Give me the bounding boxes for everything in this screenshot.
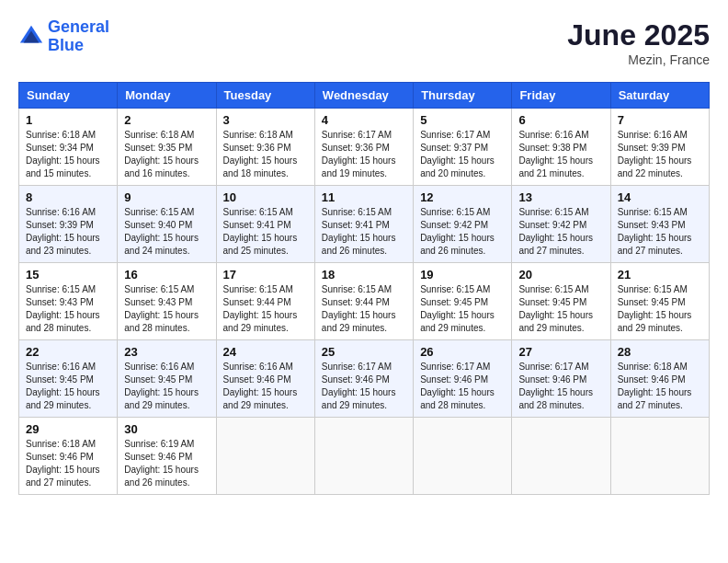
calendar-week-5: 29Sunrise: 6:18 AM Sunset: 9:46 PM Dayli… xyxy=(19,418,710,495)
day-info-11: Sunrise: 6:15 AM Sunset: 9:41 PM Dayligh… xyxy=(322,206,406,258)
day-info-14: Sunrise: 6:15 AM Sunset: 9:43 PM Dayligh… xyxy=(618,206,702,258)
day-number-26: 26 xyxy=(420,345,505,359)
day-info-2: Sunrise: 6:18 AM Sunset: 9:35 PM Dayligh… xyxy=(124,129,209,180)
day-number-22: 22 xyxy=(26,345,110,359)
col-wednesday: Wednesday xyxy=(314,83,413,109)
day-info-26: Sunrise: 6:17 AM Sunset: 9:46 PM Dayligh… xyxy=(420,361,505,412)
location-label: Mezin, France xyxy=(567,52,710,67)
col-saturday: Saturday xyxy=(610,83,709,109)
logo-icon xyxy=(18,24,44,50)
day-cell-3: 3Sunrise: 6:18 AM Sunset: 9:36 PM Daylig… xyxy=(216,109,314,186)
day-number-24: 24 xyxy=(223,345,308,359)
day-number-28: 28 xyxy=(618,345,702,359)
col-sunday: Sunday xyxy=(19,83,118,109)
day-info-24: Sunrise: 6:16 AM Sunset: 9:46 PM Dayligh… xyxy=(223,361,308,412)
day-number-4: 4 xyxy=(322,113,406,127)
day-cell-20: 20Sunrise: 6:15 AM Sunset: 9:45 PM Dayli… xyxy=(512,263,610,340)
day-cell-23: 23Sunrise: 6:16 AM Sunset: 9:45 PM Dayli… xyxy=(118,340,216,418)
day-info-15: Sunrise: 6:15 AM Sunset: 9:43 PM Dayligh… xyxy=(26,283,110,335)
day-cell-22: 22Sunrise: 6:16 AM Sunset: 9:45 PM Dayli… xyxy=(19,340,118,418)
day-cell-6: 6Sunrise: 6:16 AM Sunset: 9:38 PM Daylig… xyxy=(512,109,610,186)
day-info-1: Sunrise: 6:18 AM Sunset: 9:34 PM Dayligh… xyxy=(26,129,110,180)
day-number-10: 10 xyxy=(223,190,308,204)
day-cell-12: 12Sunrise: 6:15 AM Sunset: 9:42 PM Dayli… xyxy=(414,186,512,263)
day-info-22: Sunrise: 6:16 AM Sunset: 9:45 PM Dayligh… xyxy=(26,361,110,412)
day-number-8: 8 xyxy=(26,190,110,204)
day-cell-2: 2Sunrise: 6:18 AM Sunset: 9:35 PM Daylig… xyxy=(118,109,216,186)
empty-cell xyxy=(216,418,314,495)
day-cell-5: 5Sunrise: 6:17 AM Sunset: 9:37 PM Daylig… xyxy=(414,109,512,186)
day-info-30: Sunrise: 6:19 AM Sunset: 9:46 PM Dayligh… xyxy=(124,438,209,489)
day-info-10: Sunrise: 6:15 AM Sunset: 9:41 PM Dayligh… xyxy=(223,206,308,258)
day-number-9: 9 xyxy=(124,190,209,204)
day-number-19: 19 xyxy=(420,268,505,282)
calendar-week-4: 22Sunrise: 6:16 AM Sunset: 9:45 PM Dayli… xyxy=(19,340,710,418)
day-cell-19: 19Sunrise: 6:15 AM Sunset: 9:45 PM Dayli… xyxy=(414,263,512,340)
day-info-18: Sunrise: 6:15 AM Sunset: 9:44 PM Dayligh… xyxy=(322,283,406,335)
day-info-13: Sunrise: 6:15 AM Sunset: 9:42 PM Dayligh… xyxy=(518,206,603,258)
day-cell-25: 25Sunrise: 6:17 AM Sunset: 9:46 PM Dayli… xyxy=(314,340,413,418)
day-cell-16: 16Sunrise: 6:15 AM Sunset: 9:43 PM Dayli… xyxy=(118,263,216,340)
calendar-header-row: Sunday Monday Tuesday Wednesday Thursday… xyxy=(19,83,710,109)
day-number-2: 2 xyxy=(124,113,209,127)
day-number-7: 7 xyxy=(618,113,702,127)
day-info-9: Sunrise: 6:15 AM Sunset: 9:40 PM Dayligh… xyxy=(124,206,209,258)
day-number-6: 6 xyxy=(518,113,603,127)
day-cell-17: 17Sunrise: 6:15 AM Sunset: 9:44 PM Dayli… xyxy=(216,263,314,340)
calendar-week-2: 8Sunrise: 6:16 AM Sunset: 9:39 PM Daylig… xyxy=(19,186,710,263)
day-cell-10: 10Sunrise: 6:15 AM Sunset: 9:41 PM Dayli… xyxy=(216,186,314,263)
day-info-27: Sunrise: 6:17 AM Sunset: 9:46 PM Dayligh… xyxy=(518,361,603,412)
day-info-23: Sunrise: 6:16 AM Sunset: 9:45 PM Dayligh… xyxy=(124,361,209,412)
day-info-5: Sunrise: 6:17 AM Sunset: 9:37 PM Dayligh… xyxy=(420,129,505,180)
day-cell-29: 29Sunrise: 6:18 AM Sunset: 9:46 PM Dayli… xyxy=(19,418,118,495)
col-tuesday: Tuesday xyxy=(216,83,314,109)
day-number-11: 11 xyxy=(322,190,406,204)
col-friday: Friday xyxy=(512,83,610,109)
day-cell-24: 24Sunrise: 6:16 AM Sunset: 9:46 PM Dayli… xyxy=(216,340,314,418)
day-cell-7: 7Sunrise: 6:16 AM Sunset: 9:39 PM Daylig… xyxy=(610,109,709,186)
col-thursday: Thursday xyxy=(414,83,512,109)
month-year-title: June 2025 xyxy=(567,18,710,52)
day-info-3: Sunrise: 6:18 AM Sunset: 9:36 PM Dayligh… xyxy=(223,129,308,180)
day-number-27: 27 xyxy=(518,345,603,359)
day-number-15: 15 xyxy=(26,268,110,282)
calendar-week-3: 15Sunrise: 6:15 AM Sunset: 9:43 PM Dayli… xyxy=(19,263,710,340)
day-number-20: 20 xyxy=(518,268,603,282)
empty-cell xyxy=(414,418,512,495)
day-cell-18: 18Sunrise: 6:15 AM Sunset: 9:44 PM Dayli… xyxy=(314,263,413,340)
day-info-8: Sunrise: 6:16 AM Sunset: 9:39 PM Dayligh… xyxy=(26,206,110,258)
day-cell-8: 8Sunrise: 6:16 AM Sunset: 9:39 PM Daylig… xyxy=(19,186,118,263)
day-info-25: Sunrise: 6:17 AM Sunset: 9:46 PM Dayligh… xyxy=(322,361,406,412)
day-cell-9: 9Sunrise: 6:15 AM Sunset: 9:40 PM Daylig… xyxy=(118,186,216,263)
logo-general: General xyxy=(48,17,109,36)
day-info-4: Sunrise: 6:17 AM Sunset: 9:36 PM Dayligh… xyxy=(322,129,406,180)
title-block: June 2025 Mezin, France xyxy=(567,18,710,67)
day-cell-14: 14Sunrise: 6:15 AM Sunset: 9:43 PM Dayli… xyxy=(610,186,709,263)
day-info-20: Sunrise: 6:15 AM Sunset: 9:45 PM Dayligh… xyxy=(518,283,603,335)
logo-text: General Blue xyxy=(48,18,109,55)
empty-cell xyxy=(512,418,610,495)
day-number-29: 29 xyxy=(26,422,110,436)
day-cell-28: 28Sunrise: 6:18 AM Sunset: 9:46 PM Dayli… xyxy=(610,340,709,418)
day-cell-21: 21Sunrise: 6:15 AM Sunset: 9:45 PM Dayli… xyxy=(610,263,709,340)
empty-cell xyxy=(314,418,413,495)
day-number-12: 12 xyxy=(420,190,505,204)
day-number-5: 5 xyxy=(420,113,505,127)
day-number-30: 30 xyxy=(124,422,209,436)
day-info-28: Sunrise: 6:18 AM Sunset: 9:46 PM Dayligh… xyxy=(618,361,702,412)
day-cell-13: 13Sunrise: 6:15 AM Sunset: 9:42 PM Dayli… xyxy=(512,186,610,263)
day-number-14: 14 xyxy=(618,190,702,204)
page-header: General Blue June 2025 Mezin, France xyxy=(18,18,710,67)
day-info-29: Sunrise: 6:18 AM Sunset: 9:46 PM Dayligh… xyxy=(26,438,110,489)
day-info-21: Sunrise: 6:15 AM Sunset: 9:45 PM Dayligh… xyxy=(618,283,702,335)
day-number-13: 13 xyxy=(518,190,603,204)
day-number-16: 16 xyxy=(124,268,209,282)
day-cell-15: 15Sunrise: 6:15 AM Sunset: 9:43 PM Dayli… xyxy=(19,263,118,340)
calendar-week-1: 1Sunrise: 6:18 AM Sunset: 9:34 PM Daylig… xyxy=(19,109,710,186)
empty-cell xyxy=(610,418,709,495)
day-cell-30: 30Sunrise: 6:19 AM Sunset: 9:46 PM Dayli… xyxy=(118,418,216,495)
day-cell-4: 4Sunrise: 6:17 AM Sunset: 9:36 PM Daylig… xyxy=(314,109,413,186)
day-cell-1: 1Sunrise: 6:18 AM Sunset: 9:34 PM Daylig… xyxy=(19,109,118,186)
day-info-19: Sunrise: 6:15 AM Sunset: 9:45 PM Dayligh… xyxy=(420,283,505,335)
day-cell-26: 26Sunrise: 6:17 AM Sunset: 9:46 PM Dayli… xyxy=(414,340,512,418)
